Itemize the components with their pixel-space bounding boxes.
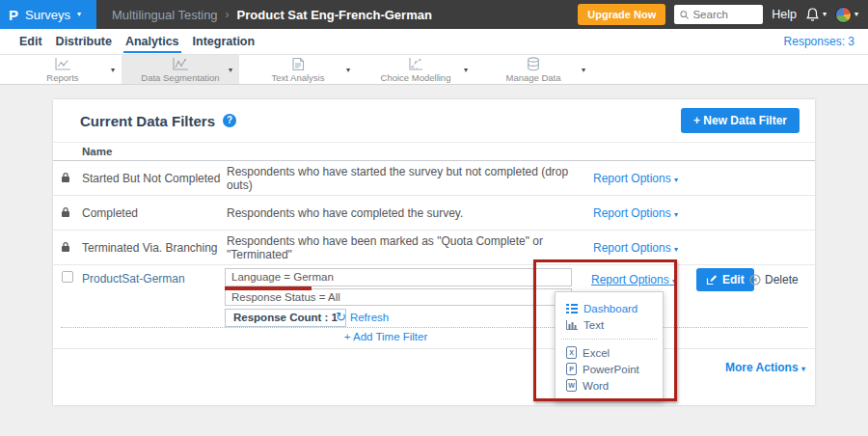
more-actions-label: More Actions: [725, 361, 799, 374]
breadcrumb-separator-icon: ›: [226, 8, 230, 21]
help-link[interactable]: Help: [772, 8, 797, 21]
responses-count[interactable]: Responses: 3: [784, 35, 868, 48]
filter-row-started-not-completed: Started But Not Completed Respondents wh…: [53, 161, 815, 196]
chevron-down-icon[interactable]: ▾: [111, 66, 115, 74]
lock-icon: [61, 204, 82, 222]
menu-item-word[interactable]: W Word: [556, 377, 663, 394]
delete-circle-icon: [749, 274, 761, 286]
filter-description: Respondents who have been marked as "Quo…: [227, 234, 585, 261]
menu-item-label: Excel: [583, 347, 610, 359]
breadcrumb-current: Product Sat Eng-French-German: [237, 8, 432, 22]
help-circle-icon[interactable]: ?: [223, 114, 236, 127]
filter-description: Respondents who have started the survey …: [227, 165, 585, 192]
chevron-down-icon[interactable]: ▾: [464, 66, 468, 74]
filter-name[interactable]: ProductSat-German: [82, 272, 185, 286]
surveys-menu-label: Surveys: [25, 8, 70, 22]
filter-row-completed: Completed Respondents who have completed…: [53, 196, 815, 231]
excel-file-icon: X: [566, 346, 577, 359]
filter-name: Completed: [82, 206, 227, 220]
choice-modelling-icon: [408, 57, 423, 71]
surveys-menu[interactable]: P Surveys ▾: [0, 0, 96, 29]
chevron-down-icon: ▾: [674, 245, 678, 254]
lock-icon: [61, 170, 82, 187]
report-options-link[interactable]: Report Options ▾: [585, 172, 815, 185]
filter-row-terminated: Terminated Via. Branching Respondents wh…: [53, 231, 815, 265]
filter-description: Respondents who have completed the surve…: [227, 206, 585, 220]
edit-label: Edit: [722, 273, 745, 286]
tab-analytics[interactable]: Analytics: [123, 30, 181, 53]
bell-icon: [805, 7, 820, 22]
current-data-filters-panel: Current Data Filters ? + New Data Filter…: [53, 99, 815, 405]
chevron-down-icon: ▾: [674, 176, 678, 184]
tab-edit[interactable]: Edit: [17, 30, 44, 53]
text-analysis-icon: [290, 57, 306, 71]
tab-distribute[interactable]: Distribute: [54, 30, 114, 53]
refresh-link[interactable]: ↻ Refresh: [336, 311, 389, 323]
panel-header: Current Data Filters ? + New Data Filter: [53, 99, 815, 142]
bar-chart-icon: [566, 320, 578, 330]
menu-item-dashboard[interactable]: Dashboard: [556, 300, 663, 316]
menu-item-powerpoint[interactable]: P PowerPoint: [556, 361, 663, 377]
chevron-down-icon: ▾: [854, 11, 858, 18]
toolbar-label: Text Analysis: [272, 72, 325, 83]
condition-language-field[interactable]: Language = German: [225, 268, 572, 286]
delete-link[interactable]: Delete: [749, 273, 799, 286]
menu-item-label: PowerPoint: [583, 364, 639, 375]
breadcrumb: Multilingual Testing › Product Sat Eng-F…: [112, 8, 432, 22]
toolbar-item-text-analysis[interactable]: Text Analysis ▾: [239, 55, 357, 84]
survey-nav: Edit Distribute Analytics Integration Re…: [0, 29, 868, 55]
avatar: [835, 7, 852, 23]
report-options-label: Report Options: [593, 172, 671, 185]
menu-item-label: Dashboard: [583, 303, 637, 314]
report-options-link[interactable]: Report Options ▾: [585, 241, 815, 255]
search-box[interactable]: [674, 5, 763, 24]
chevron-down-icon: ▾: [823, 11, 827, 18]
search-input[interactable]: [692, 9, 757, 20]
row-checkbox[interactable]: [62, 271, 73, 283]
menu-item-excel[interactable]: X Excel: [556, 344, 663, 361]
toolbar-item-manage-data[interactable]: Manage Data ▾: [475, 55, 592, 84]
dotted-divider: [61, 327, 807, 328]
chevron-down-icon[interactable]: ▾: [229, 66, 232, 74]
tab-integration[interactable]: Integration: [191, 30, 258, 53]
toolbar-item-choice-modelling[interactable]: Choice Modelling ▾: [357, 55, 475, 84]
report-options-link[interactable]: Report Options ▾: [591, 273, 676, 286]
dashboard-list-icon: [566, 304, 578, 313]
analytics-toolbar: Reports ▾ Data Segmentation ▾ Text Analy…: [0, 55, 868, 85]
chevron-down-icon: ▾: [672, 277, 676, 286]
report-options-label: Report Options: [593, 241, 671, 255]
toolbar-item-data-segmentation[interactable]: Data Segmentation ▾: [122, 55, 239, 84]
line-chart-icon: [54, 57, 71, 71]
chevron-down-icon[interactable]: ▾: [346, 66, 350, 74]
report-options-label: Report Options: [593, 206, 671, 220]
word-file-icon: W: [566, 379, 577, 392]
condition-status-field[interactable]: Response Status = All: [225, 288, 572, 306]
chevron-down-icon: ▾: [674, 210, 678, 219]
menu-divider: [561, 339, 657, 340]
page-title-text: Current Data Filters: [80, 113, 215, 129]
new-data-filter-button[interactable]: + New Data Filter: [681, 108, 800, 133]
page-title: Current Data Filters ?: [80, 113, 236, 129]
chevron-down-icon[interactable]: ▾: [582, 66, 585, 74]
menu-item-text[interactable]: Text: [556, 316, 663, 333]
questionpro-logo-icon: P: [9, 7, 18, 23]
refresh-label: Refresh: [350, 312, 389, 323]
report-options-link[interactable]: Report Options ▾: [585, 206, 815, 220]
toolbar-label: Data Segmentation: [141, 72, 219, 83]
toolbar-label: Reports: [46, 72, 78, 83]
menu-item-label: Word: [583, 380, 609, 392]
edit-button[interactable]: Edit: [696, 268, 754, 291]
breadcrumb-parent[interactable]: Multilingual Testing: [112, 8, 218, 22]
response-count-badge: Response Count : 1: [225, 309, 346, 327]
menu-item-label: Text: [583, 319, 604, 331]
database-icon: [527, 57, 540, 71]
name-column-header: Name: [82, 146, 112, 157]
toolbar-item-reports[interactable]: Reports ▾: [4, 55, 122, 84]
account-menu[interactable]: ▾: [835, 7, 858, 23]
toolbar-label: Choice Modelling: [381, 72, 451, 83]
upgrade-now-button[interactable]: Upgrade Now: [578, 4, 665, 25]
more-actions-link[interactable]: More Actions ▾: [725, 361, 805, 374]
chevron-down-icon: ▾: [801, 365, 805, 373]
delete-label: Delete: [765, 273, 799, 286]
notifications-menu[interactable]: ▾: [805, 7, 827, 22]
